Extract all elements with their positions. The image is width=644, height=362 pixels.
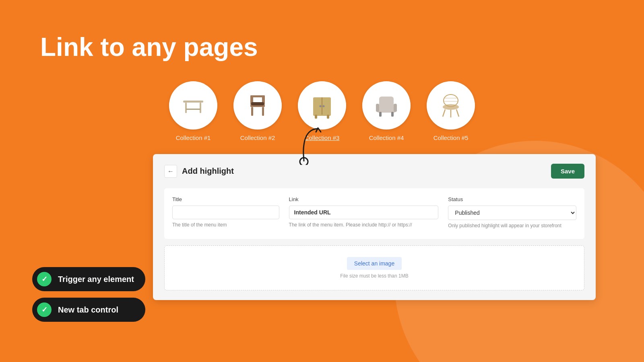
svg-rect-8 <box>251 107 253 116</box>
status-select[interactable]: Published Draft <box>448 206 576 220</box>
panel-header: ← Add highlight Save <box>164 164 584 179</box>
svg-rect-13 <box>327 115 329 119</box>
collection-item-4[interactable]: Collection #4 <box>362 81 411 141</box>
status-label: Status <box>448 196 576 202</box>
svg-point-16 <box>323 105 325 107</box>
panel-header-left: ← Add highlight <box>164 165 234 178</box>
status-help: Only published highlight will appear in … <box>448 222 576 229</box>
newtab-check-icon: ✓ <box>37 302 52 317</box>
title-field-group: Title The title of the menu item <box>172 196 279 229</box>
link-label: Link <box>289 196 439 202</box>
svg-rect-21 <box>379 112 382 117</box>
collection-label-5: Collection #5 <box>433 134 469 141</box>
form-row: Title The title of the menu item Link Th… <box>164 188 584 239</box>
svg-rect-17 <box>379 97 394 108</box>
svg-rect-20 <box>394 104 397 112</box>
collection-label-2: Collection #2 <box>240 134 275 141</box>
trigger-badge-text: Trigger any element <box>58 275 134 284</box>
svg-rect-1 <box>185 103 187 113</box>
svg-rect-2 <box>200 103 201 113</box>
collection-circle-2 <box>233 81 282 130</box>
svg-rect-7 <box>250 95 265 97</box>
collection-circle-1 <box>169 81 217 130</box>
svg-rect-0 <box>183 101 203 103</box>
status-field-group: Status Published Draft Only published hi… <box>448 196 576 229</box>
collection-item-1[interactable]: Collection #1 <box>169 81 217 141</box>
title-label: Title <box>172 196 279 202</box>
link-field-group: Link The link of the menu item. Please i… <box>289 196 439 229</box>
collection-circle-4 <box>362 81 411 130</box>
collection-item-5[interactable]: Collection #5 <box>427 81 475 141</box>
svg-rect-18 <box>377 106 396 113</box>
back-button[interactable]: ← <box>164 165 177 178</box>
collection-circle-5 <box>427 81 475 130</box>
collection-label-1: Collection #1 <box>176 134 211 141</box>
save-button[interactable]: Save <box>551 164 584 179</box>
upload-hint: File size must be less than 1MB <box>340 273 408 279</box>
svg-rect-12 <box>315 115 317 119</box>
svg-line-27 <box>456 109 459 117</box>
title-help: The title of the menu item <box>172 222 279 228</box>
select-image-button[interactable]: Select an image <box>347 257 402 270</box>
panel-title: Add highlight <box>182 167 234 176</box>
link-input[interactable] <box>289 206 439 219</box>
newtab-badge-text: New tab control <box>58 305 118 315</box>
svg-point-15 <box>320 105 322 107</box>
svg-line-25 <box>443 109 445 117</box>
trigger-check-icon: ✓ <box>37 272 52 286</box>
collection-item-2[interactable]: Collection #2 <box>233 81 282 141</box>
curved-arrow <box>282 125 330 167</box>
svg-rect-19 <box>376 104 379 112</box>
title-input[interactable] <box>172 206 279 219</box>
svg-rect-10 <box>251 102 264 105</box>
trigger-badge: ✓ Trigger any element <box>32 267 145 291</box>
svg-rect-3 <box>186 109 200 110</box>
badge-container: ✓ Trigger any element ✓ New tab control <box>32 267 145 322</box>
panel-wrapper: ← Add highlight Save Title The title of … <box>153 154 596 300</box>
link-help: The link of the menu item. Please includ… <box>289 222 439 228</box>
page-title: Link to any pages <box>40 32 604 62</box>
newtab-badge: ✓ New tab control <box>32 298 145 322</box>
svg-point-24 <box>443 104 459 110</box>
collection-circle-3 <box>298 81 346 130</box>
svg-rect-9 <box>262 107 264 116</box>
svg-rect-22 <box>391 112 394 117</box>
image-upload-area: Select an image File size must be less t… <box>164 245 584 290</box>
collection-label-4: Collection #4 <box>369 134 404 141</box>
panel: ← Add highlight Save Title The title of … <box>153 154 596 300</box>
